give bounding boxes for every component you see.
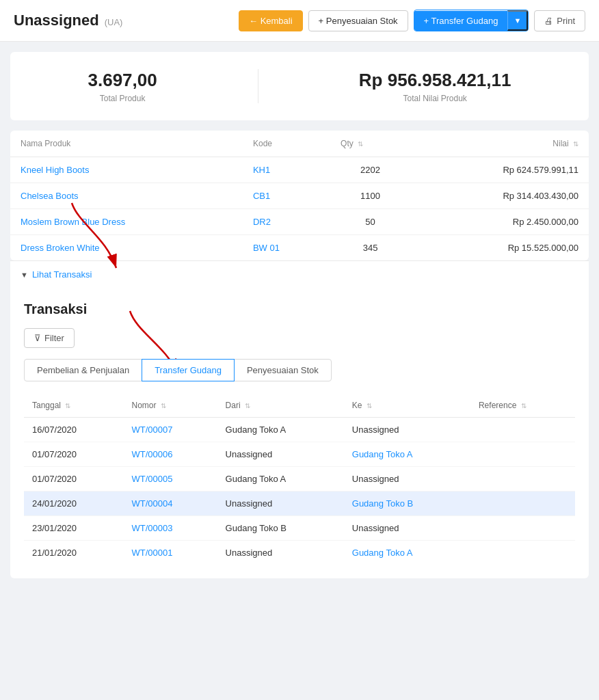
table-row: Moslem Brown Blue Dress DR2 50 Rp 2.450.…: [10, 209, 589, 235]
transaction-table: Tanggal ⇅ Nomor ⇅ Dari ⇅ Ke ⇅ Reference …: [24, 394, 575, 565]
col-tanggal: Tanggal ⇅: [24, 394, 123, 418]
lihat-transaksi-label: Lihat Transaksi: [32, 269, 92, 280]
table-row: Kneel High Boots KH1 2202 Rp 624.579.991…: [10, 157, 589, 183]
tab-transfer-gudang[interactable]: Transfer Gudang: [142, 359, 235, 381]
col-dari: Dari ⇅: [217, 394, 344, 418]
tabs-row: Pembelian & PenjualanTransfer GudangPeny…: [24, 359, 575, 381]
trans-nomor[interactable]: WT/00005: [123, 467, 217, 492]
transfer-gudang-dropdown-button[interactable]: ▼: [507, 10, 528, 31]
product-kode[interactable]: DR2: [243, 209, 330, 235]
product-name[interactable]: Dress Broken White: [10, 235, 243, 261]
tab-pembelian-&-penjualan[interactable]: Pembelian & Penjualan: [24, 359, 142, 381]
table-row: 01/07/2020 WT/00006 Unassigned Gudang To…: [24, 442, 575, 467]
product-qty: 50: [330, 209, 410, 235]
product-nilai: Rp 2.450.000,00: [410, 209, 589, 235]
product-kode[interactable]: KH1: [243, 157, 330, 183]
lihat-transaksi-section: ▼ Lihat Transaksi Transaksi ⊽ Filter: [0, 260, 599, 578]
transaction-table-header: Tanggal ⇅ Nomor ⇅ Dari ⇅ Ke ⇅ Reference …: [24, 394, 575, 418]
header-title: Unassigned (UA): [14, 12, 122, 29]
trans-dari: Gudang Toko A: [217, 467, 344, 492]
product-name[interactable]: Chelsea Boots: [10, 183, 243, 209]
chevron-down-icon: ▼: [21, 271, 28, 279]
products-table: Nama Produk Kode Qty ⇅ Nilai ⇅ Kneel Hig…: [10, 131, 589, 260]
trans-tanggal: 21/01/2020: [24, 541, 123, 565]
print-button[interactable]: 🖨 Print: [534, 10, 585, 31]
trans-reference: [470, 467, 575, 492]
products-tbody: Kneel High Boots KH1 2202 Rp 624.579.991…: [10, 157, 589, 261]
product-kode[interactable]: CB1: [243, 183, 330, 209]
transaction-tbody: 16/07/2020 WT/00007 Gudang Toko A Unassi…: [24, 418, 575, 565]
kembali-button[interactable]: ← Kembali: [239, 10, 303, 31]
product-name[interactable]: Kneel High Boots: [10, 157, 243, 183]
header-actions: ← Kembali + Penyesuaian Stok + Transfer …: [239, 10, 585, 31]
transfer-gudang-button-group: + Transfer Gudang ▼: [414, 10, 529, 31]
table-row: Dress Broken White BW 01 345 Rp 15.525.0…: [10, 235, 589, 261]
filter-button[interactable]: ⊽ Filter: [24, 328, 75, 348]
table-row: 21/01/2020 WT/00001 Unassigned Gudang To…: [24, 541, 575, 565]
trans-reference: [470, 418, 575, 442]
trans-nomor[interactable]: WT/00007: [123, 418, 217, 442]
total-produk-value: 3.697,00: [88, 70, 157, 91]
stats-section: 3.697,00 Total Produk Rp 956.958.421,11 …: [10, 52, 589, 120]
products-table-header: Nama Produk Kode Qty ⇅ Nilai ⇅: [10, 131, 589, 157]
col-qty: Qty ⇅: [330, 131, 410, 157]
trans-tanggal: 16/07/2020: [24, 418, 123, 442]
trans-ke: Gudang Toko B: [344, 492, 470, 516]
product-qty: 1100: [330, 183, 410, 209]
trans-reference: [470, 541, 575, 565]
total-produk-label: Total Produk: [88, 94, 157, 103]
products-section: Nama Produk Kode Qty ⇅ Nilai ⇅ Kneel Hig…: [10, 131, 589, 260]
trans-dari: Gudang Toko B: [217, 516, 344, 541]
stat-divider: [258, 69, 258, 103]
trans-dari: Unassigned: [217, 492, 344, 516]
trans-dari: Unassigned: [217, 541, 344, 565]
printer-icon: 🖨: [544, 16, 553, 26]
col-nama-produk: Nama Produk: [10, 131, 243, 157]
trans-tanggal: 01/07/2020: [24, 442, 123, 467]
penyesuaian-stok-button[interactable]: + Penyesuaian Stok: [308, 10, 408, 31]
nilai-sort-icon: ⇅: [573, 140, 578, 148]
product-kode[interactable]: BW 01: [243, 235, 330, 261]
filter-icon: ⊽: [34, 333, 41, 343]
total-nilai-value: Rp 956.958.421,11: [359, 70, 511, 91]
trans-ke: Unassigned: [344, 418, 470, 442]
product-qty: 345: [330, 235, 410, 261]
page-container: Unassigned (UA) ← Kembali + Penyesuaian …: [0, 0, 599, 700]
table-row: 24/01/2020 WT/00004 Unassigned Gudang To…: [24, 492, 575, 516]
table-row: 01/07/2020 WT/00005 Gudang Toko A Unassi…: [24, 467, 575, 492]
trans-dari: Unassigned: [217, 442, 344, 467]
product-nilai: Rp 624.579.991,11: [410, 157, 589, 183]
table-row: Chelsea Boots CB1 1100 Rp 314.403.430,00: [10, 183, 589, 209]
trans-nomor[interactable]: WT/00003: [123, 516, 217, 541]
col-nilai: Nilai ⇅: [410, 131, 589, 157]
table-row: 16/07/2020 WT/00007 Gudang Toko A Unassi…: [24, 418, 575, 442]
transfer-gudang-main-button[interactable]: + Transfer Gudang: [414, 11, 508, 31]
trans-nomor[interactable]: WT/00001: [123, 541, 217, 565]
product-nilai: Rp 15.525.000,00: [410, 235, 589, 261]
tabs-container: Pembelian & PenjualanTransfer GudangPeny…: [24, 359, 575, 381]
table-row: 23/01/2020 WT/00003 Gudang Toko B Unassi…: [24, 516, 575, 541]
trans-reference: [470, 516, 575, 541]
trans-tanggal: 01/07/2020: [24, 467, 123, 492]
trans-nomor[interactable]: WT/00004: [123, 492, 217, 516]
total-nilai-stat: Rp 956.958.421,11 Total Nilai Produk: [359, 70, 511, 103]
trans-nomor[interactable]: WT/00006: [123, 442, 217, 467]
product-name[interactable]: Moslem Brown Blue Dress: [10, 209, 243, 235]
trans-tanggal: 23/01/2020: [24, 516, 123, 541]
trans-tanggal: 24/01/2020: [24, 492, 123, 516]
transaksi-section: Transaksi ⊽ Filter Pembelian & Penjualan…: [10, 288, 589, 578]
product-qty: 2202: [330, 157, 410, 183]
transaksi-title: Transaksi: [24, 301, 575, 317]
col-reference: Reference ⇅: [470, 394, 575, 418]
trans-ke: Unassigned: [344, 467, 470, 492]
trans-reference: [470, 492, 575, 516]
product-nilai: Rp 314.403.430,00: [410, 183, 589, 209]
total-produk-stat: 3.697,00 Total Produk: [88, 70, 157, 103]
page-title: Unassigned: [14, 12, 99, 29]
col-ke: Ke ⇅: [344, 394, 470, 418]
lihat-transaksi-row[interactable]: ▼ Lihat Transaksi: [10, 260, 589, 288]
tab-penyesuaian-stok[interactable]: Penyesuaian Stok: [234, 359, 332, 381]
trans-dari: Gudang Toko A: [217, 418, 344, 442]
col-nomor: Nomor ⇅: [123, 394, 217, 418]
qty-sort-icon: ⇅: [358, 140, 363, 148]
